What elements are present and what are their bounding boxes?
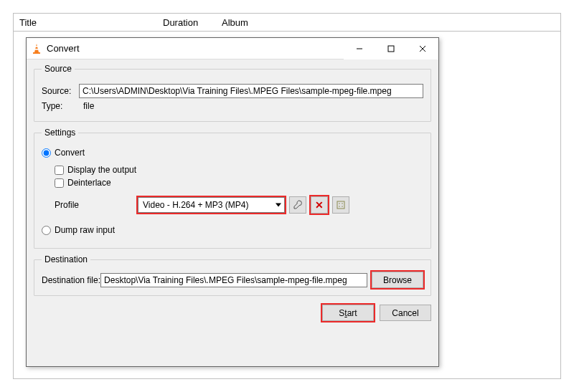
settings-group: Settings Convert Display the output Dein… [34, 128, 431, 249]
close-button[interactable] [407, 38, 438, 59]
svg-point-12 [342, 206, 343, 207]
destination-legend: Destination [42, 254, 90, 264]
type-value: file [83, 101, 94, 111]
x-icon: ✕ [315, 200, 324, 210]
svg-rect-2 [35, 46, 38, 47]
dialog-body: Source Source: Type: file Settings Conve… [27, 59, 438, 366]
source-group: Source Source: Type: file [34, 64, 431, 122]
profile-label: Profile [55, 200, 138, 210]
dump-raw-radio[interactable]: Dump raw input [42, 225, 423, 235]
source-input[interactable] [79, 84, 423, 98]
type-label: Type: [42, 101, 79, 111]
playlist-header: Title Duration Album [13, 13, 561, 32]
source-legend: Source [42, 64, 75, 74]
minimize-button[interactable] [344, 38, 375, 59]
convert-radio[interactable]: Convert [42, 148, 423, 158]
convert-radio-input[interactable] [42, 148, 51, 158]
deinterlace-input[interactable] [55, 178, 64, 188]
column-header-duration[interactable]: Duration [157, 14, 216, 31]
edit-profile-button[interactable] [289, 196, 306, 214]
profile-value: Video - H.264 + MP3 (MP4) [143, 200, 249, 210]
svg-rect-5 [388, 46, 394, 52]
display-output-input[interactable] [55, 166, 64, 175]
profile-select[interactable]: Video - H.264 + MP3 (MP4) [138, 197, 285, 213]
svg-point-9 [339, 203, 340, 204]
chevron-down-icon [276, 204, 281, 207]
titlebar: Convert [27, 38, 438, 59]
dump-raw-label: Dump raw input [55, 225, 115, 235]
maximize-button[interactable] [375, 38, 407, 59]
dump-raw-radio-input[interactable] [42, 226, 51, 235]
deinterlace-checkbox[interactable]: Deinterlace [55, 178, 423, 188]
svg-marker-0 [34, 44, 39, 52]
wrench-icon [293, 200, 303, 210]
dialog-footer: Start Cancel [34, 302, 431, 321]
column-header-title[interactable]: Title [14, 14, 157, 31]
convert-radio-label: Convert [55, 148, 85, 158]
cancel-button[interactable]: Cancel [380, 305, 431, 321]
destination-group: Destination Destination file: Browse [34, 254, 431, 296]
new-profile-icon [336, 200, 346, 210]
convert-dialog: Convert Source Source: Type: file Settin… [26, 37, 439, 367]
start-button[interactable]: Start [322, 305, 374, 321]
deinterlace-label: Deinterlace [67, 178, 111, 188]
new-profile-button[interactable] [332, 196, 349, 214]
browse-button[interactable]: Browse [372, 272, 423, 288]
destination-input[interactable] [100, 273, 367, 287]
destination-label: Destination file: [42, 275, 100, 285]
source-label: Source: [42, 86, 79, 96]
svg-rect-8 [337, 201, 344, 209]
dialog-title: Convert [47, 43, 80, 54]
svg-rect-1 [33, 52, 40, 54]
svg-point-10 [342, 203, 343, 204]
display-output-label: Display the output [67, 165, 136, 175]
settings-legend: Settings [42, 128, 78, 138]
vlc-cone-icon [31, 43, 42, 54]
delete-profile-button[interactable]: ✕ [311, 196, 328, 214]
column-header-album[interactable]: Album [216, 14, 254, 31]
display-output-checkbox[interactable]: Display the output [55, 165, 423, 175]
svg-rect-3 [35, 49, 39, 50]
svg-point-11 [339, 206, 340, 207]
